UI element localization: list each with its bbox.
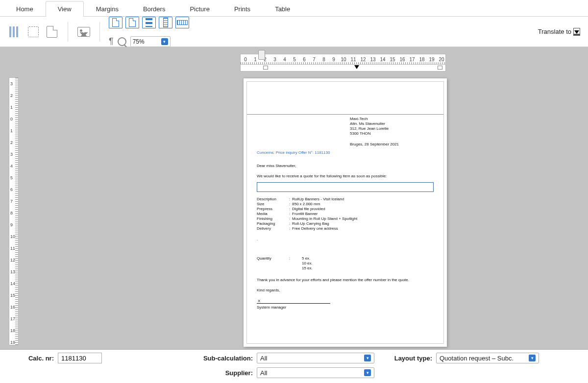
ruler-indent-handle[interactable] bbox=[258, 50, 265, 60]
view-mode-buttons bbox=[109, 17, 189, 28]
colon: : bbox=[287, 197, 292, 202]
tab-home[interactable]: Home bbox=[4, 1, 46, 17]
ruler-tick: 13 bbox=[368, 57, 378, 62]
layout-type-label: Layout type: bbox=[393, 355, 432, 362]
ruler-tick: 16 bbox=[397, 57, 407, 62]
layout-type-value: Quotation request – Subc. bbox=[440, 355, 514, 362]
spec-key: Description bbox=[257, 197, 287, 202]
chevron-down-icon: ▾ bbox=[161, 38, 168, 45]
document-page: Maxi-Tech Attn. Ms Stavenuiter 312, Rue … bbox=[244, 78, 447, 347]
tab-view[interactable]: View bbox=[46, 1, 84, 17]
chevron-down-icon bbox=[574, 30, 579, 34]
paragraph-marks-button[interactable]: ¶ bbox=[109, 36, 114, 47]
page-setup-icon[interactable] bbox=[45, 25, 59, 39]
page-break-icon[interactable] bbox=[26, 25, 40, 39]
addr-name: Maxi-Tech bbox=[350, 117, 434, 121]
toolbar-group-view: ¶ 75% ▾ bbox=[109, 17, 189, 47]
ruler-tick: 5 bbox=[9, 172, 18, 184]
ruler-tick: 8 bbox=[9, 207, 18, 219]
ruler-tick: 18 bbox=[9, 325, 18, 336]
toolbar-separator bbox=[99, 22, 100, 42]
ruler-tick: 15 bbox=[9, 289, 18, 301]
layout-type-select[interactable]: Quotation request – Subc. ▾ bbox=[436, 353, 539, 363]
tab-prints[interactable]: Prints bbox=[222, 1, 263, 17]
supplier-select[interactable]: All ▾ bbox=[257, 367, 374, 378]
colon: : bbox=[287, 256, 292, 261]
ruler-tick: 9 bbox=[329, 57, 339, 62]
spec-row: Delivery:Free Delivery one address bbox=[257, 226, 434, 231]
ruler-tick: 3 bbox=[9, 148, 18, 160]
ruler-tick: 14 bbox=[378, 57, 388, 62]
layout-type-field: Layout type: Quotation request – Subc. ▾ bbox=[393, 353, 583, 363]
spec-value: Frontlit Banner bbox=[292, 212, 434, 216]
addr-city: 5300 THON bbox=[350, 131, 434, 136]
recipient-address: Maxi-Tech Attn. Ms Stavenuiter 312, Rue … bbox=[350, 117, 434, 136]
subcalc-select[interactable]: All ▾ bbox=[257, 353, 374, 363]
intro-text: We would like to receive a quote for the… bbox=[257, 174, 434, 178]
document-page-content[interactable]: Maxi-Tech Attn. Ms Stavenuiter 312, Rue … bbox=[246, 81, 444, 344]
dot-text: . bbox=[257, 237, 434, 241]
view-full-width-button[interactable] bbox=[142, 17, 156, 28]
supplier-field: Supplier: All ▾ bbox=[199, 367, 389, 378]
chevron-down-icon: ▾ bbox=[364, 355, 371, 361]
calc-nr-field: Calc. nr: bbox=[5, 353, 195, 363]
spec-value: 850 x 2.000 mm bbox=[292, 202, 434, 207]
qty-value: 5 ex. bbox=[292, 256, 434, 261]
ruler-tick: 7 bbox=[9, 195, 18, 207]
colon: : bbox=[287, 202, 292, 207]
spec-key: Finishing bbox=[257, 216, 287, 221]
ruler-tick: 7 bbox=[309, 57, 319, 62]
horizontal-ruler[interactable]: 01234567891011121314151617181920 bbox=[240, 54, 446, 65]
left-margin-marker[interactable] bbox=[263, 66, 268, 70]
colon: : bbox=[287, 207, 292, 212]
qty-label: Quantity bbox=[257, 256, 287, 261]
ruler-tick: 10 bbox=[9, 231, 18, 242]
salutation: Dear miss Stavenuiter, bbox=[257, 164, 434, 168]
columns-icon[interactable] bbox=[8, 25, 22, 39]
tab-picture[interactable]: Picture bbox=[177, 1, 221, 17]
view-toolbar: ¶ 75% ▾ Translate to bbox=[0, 17, 588, 47]
view-single-page-button[interactable] bbox=[109, 17, 122, 28]
ruler-tick: 12 bbox=[9, 254, 18, 266]
ruler-tick: 16 bbox=[9, 301, 18, 313]
ruler-tick: 8 bbox=[319, 57, 329, 62]
magnifier-icon[interactable] bbox=[118, 37, 126, 46]
bottom-bar: Calc. nr: Sub-calculation: All ▾ Layout … bbox=[0, 349, 588, 383]
right-margin-marker[interactable] bbox=[438, 66, 442, 70]
calc-nr-input[interactable] bbox=[58, 353, 102, 363]
translate-control: Translate to bbox=[538, 28, 580, 36]
colon: : bbox=[287, 216, 292, 221]
spec-row: Media:Frontlit Banner bbox=[257, 212, 434, 216]
tab-bar: Home View Margins Borders Picture Prints… bbox=[0, 0, 588, 17]
ruler-tick: 3 bbox=[270, 57, 280, 62]
ruler-tick: 6 bbox=[299, 57, 309, 62]
tab-stop-icon[interactable] bbox=[354, 65, 359, 69]
toggle-vertical-ruler-button[interactable] bbox=[159, 17, 172, 28]
translate-dropdown[interactable] bbox=[573, 28, 580, 36]
colon: : bbox=[287, 212, 292, 216]
editable-field[interactable] bbox=[257, 182, 434, 192]
spec-key: Delivery bbox=[257, 226, 287, 231]
horizontal-ruler-strip[interactable] bbox=[240, 65, 446, 72]
ruler-tick: 13 bbox=[9, 266, 18, 278]
spec-key: Media bbox=[257, 212, 287, 216]
supplier-label: Supplier: bbox=[199, 369, 253, 377]
vertical-ruler[interactable]: 3210123456789101112131415161718192021222… bbox=[9, 77, 19, 345]
subcalc-field: Sub-calculation: All ▾ bbox=[199, 353, 389, 363]
ruler-tick: 1 bbox=[9, 101, 18, 113]
tab-borders[interactable]: Borders bbox=[131, 1, 178, 17]
colon: : bbox=[287, 221, 292, 226]
spec-key: Prepress bbox=[257, 207, 287, 212]
view-page-fold-button[interactable] bbox=[125, 17, 139, 28]
spec-value: Digital file provided bbox=[292, 207, 434, 212]
zoom-select[interactable]: 75% ▾ bbox=[130, 36, 171, 47]
toggle-horizontal-ruler-button[interactable] bbox=[175, 17, 189, 28]
tab-margins[interactable]: Margins bbox=[84, 1, 131, 17]
spec-table: Description:RollUp Banners - Visit Icela… bbox=[257, 197, 434, 231]
insert-image-icon[interactable] bbox=[77, 25, 91, 39]
spec-row: Size:850 x 2.000 mm bbox=[257, 202, 434, 207]
ruler-tick: 15 bbox=[388, 57, 397, 62]
tab-table[interactable]: Table bbox=[263, 1, 302, 17]
chevron-down-icon: ▾ bbox=[364, 369, 371, 376]
ruler-tick: 14 bbox=[9, 278, 18, 289]
